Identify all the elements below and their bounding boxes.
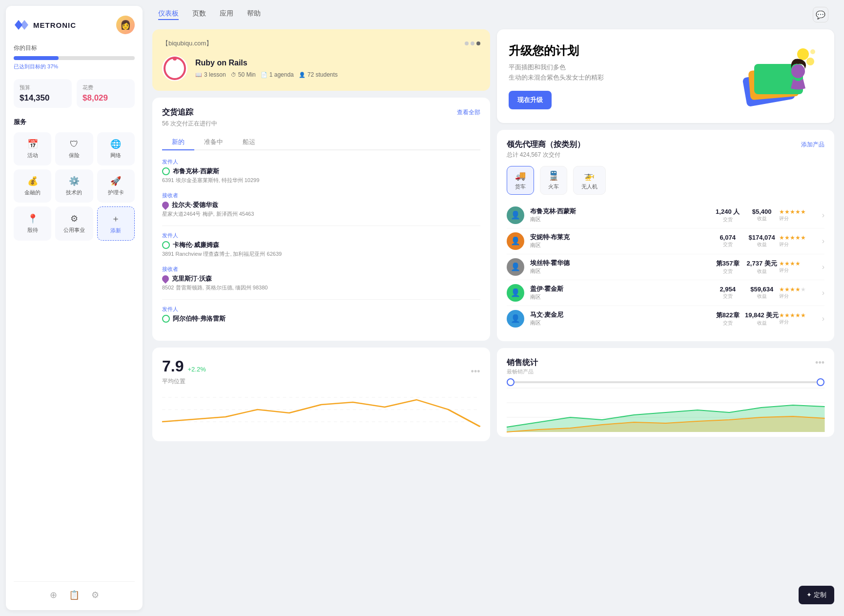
svg-point-8	[810, 49, 815, 54]
course-body: Ruby on Rails 📖 3 lesson ⏱ 50 Min	[162, 56, 480, 81]
chat-icon[interactable]: 💬	[813, 7, 828, 22]
delivery-entry-5: 发件人 阿尔伯特·弗洛雷斯	[162, 306, 480, 323]
service-item-hospitality[interactable]: 📍 殷待	[14, 206, 51, 241]
agent-revenue-3: 2,737 美元 收益	[745, 259, 779, 275]
service-item-add[interactable]: ＋ 添新	[97, 206, 135, 241]
agenda-meta: 📄 1 agenda	[261, 71, 294, 78]
agent-name-3: 埃丝特·霍华德	[530, 259, 711, 267]
receiver-addr-1: 星家大道2464号 梅萨, 新泽西州 45463	[162, 210, 480, 218]
clipboard-icon[interactable]: 📋	[69, 590, 80, 600]
tab-shipping[interactable]: 船运	[233, 135, 265, 150]
agent-row-1: 👤 布鲁克林·西蒙斯 南区 1,240 人 交货 $5,400 收益	[507, 203, 825, 228]
agents-subtitle: 总计 424,567 次交付	[507, 151, 825, 159]
insurance-icon: 🛡	[70, 139, 79, 149]
category-tab-truck[interactable]: 🚚 货车	[507, 166, 534, 195]
agent-name-5: 马文·麦金尼	[530, 310, 711, 319]
left-column: 【biqubiqu.com】 Ruby on Rails	[152, 29, 490, 610]
sales-title: 销售统计	[507, 358, 538, 368]
receiver-name-1: 拉尔夫·爱德华兹	[162, 201, 480, 209]
agent-info-5: 马文·麦金尼 南区	[530, 310, 711, 327]
divider-2	[162, 299, 480, 300]
service-item-insurance[interactable]: 🛡 保险	[55, 132, 93, 165]
budget-card: 预算 $14,350	[14, 79, 72, 108]
agent-arrow-4[interactable]: ›	[822, 288, 824, 297]
delivery-header: 交货追踪 查看全部	[162, 107, 480, 118]
nav-apps[interactable]: 应用	[220, 9, 233, 20]
topnav-links: 仪表板 页数 应用 帮助	[158, 9, 261, 20]
service-item-care[interactable]: 🚀 护理卡	[97, 169, 135, 203]
agent-row-4: 👤 盖伊·霍金斯 南区 2,954 交货 $59,634 收益	[507, 280, 825, 306]
nav-help[interactable]: 帮助	[247, 9, 261, 20]
svg-point-9	[791, 64, 805, 78]
avatar[interactable]: 👩	[116, 16, 135, 34]
course-card: 【biqubiqu.com】 Ruby on Rails	[152, 29, 490, 91]
agent-arrow-2[interactable]: ›	[822, 237, 824, 246]
agent-avatar-2: 👤	[507, 232, 524, 250]
activity-icon: 📅	[27, 139, 38, 149]
nav-pages[interactable]: 页数	[192, 9, 206, 20]
customize-button[interactable]: ✦ 定制	[799, 586, 834, 604]
logo-icon	[14, 18, 29, 32]
tech-icon: ⚙️	[69, 176, 80, 186]
sales-menu-icon[interactable]: •••	[815, 358, 824, 368]
service-label-insurance: 保险	[69, 152, 80, 159]
agent-arrow-5[interactable]: ›	[822, 314, 824, 323]
range-thumb-left[interactable]	[507, 378, 515, 386]
agent-transactions-3: 第357章 交货	[711, 259, 745, 275]
service-item-utility[interactable]: ⚙ 公用事业	[55, 206, 93, 241]
layers-icon[interactable]: ⊕	[50, 590, 57, 600]
add-product-button[interactable]: 添加产品	[801, 141, 824, 149]
agent-transactions-1: 1,240 人 交货	[711, 207, 745, 223]
topnav: 仪表板 页数 应用 帮助 💬	[148, 0, 838, 29]
service-label-utility: 公用事业	[63, 226, 85, 234]
agent-rating-5: ★★★★★ 评分	[779, 312, 818, 326]
settings-icon[interactable]: ⚙	[91, 590, 99, 600]
category-tabs: 🚚 货车 🚆 火车 🚁 无人机	[507, 166, 825, 195]
agent-revenue-4: $59,634 收益	[745, 286, 779, 300]
course-title: Ruby on Rails	[195, 59, 338, 67]
stats-content: 7.9 +2.2% 平均位置	[162, 357, 206, 386]
sender-addr-2: 3891 Ranchview 理查森博士, 加利福尼亚州 62639	[162, 250, 480, 258]
range-slider[interactable]	[507, 381, 825, 383]
agent-arrow-1[interactable]: ›	[822, 211, 824, 220]
sales-chart	[507, 388, 825, 427]
agent-arrow-3[interactable]: ›	[822, 263, 824, 271]
agent-info-2: 安妮特·布莱克 南区	[530, 233, 711, 249]
agent-avatar-3: 👤	[507, 258, 524, 276]
agent-name-1: 布鲁克林·西蒙斯	[530, 207, 711, 216]
logo-area: METRONIC	[14, 18, 76, 32]
service-item-network[interactable]: 🌐 网络	[97, 132, 135, 165]
agent-avatar-4: 👤	[507, 284, 524, 302]
students-meta: 👤 72 students	[299, 71, 338, 78]
service-item-activity[interactable]: 📅 活动	[14, 132, 51, 165]
svg-point-6	[797, 48, 809, 60]
upgrade-button[interactable]: 现在升级	[509, 91, 552, 109]
service-item-tech[interactable]: ⚙️ 技术的	[55, 169, 93, 203]
sidebar: METRONIC 👩 你的目标 已达到目标的 37% 预算 $14,350 花费…	[6, 6, 143, 610]
service-item-finance[interactable]: 💰 金融的	[14, 169, 51, 203]
sender-label-2: 发件人	[162, 232, 480, 239]
nav-dashboard[interactable]: 仪表板	[158, 9, 179, 20]
sender-icon-2	[162, 241, 170, 249]
sender-addr-1: 6391 埃尔金圣塞莱斯特, 特拉华州 10299	[162, 177, 480, 184]
course-dots	[465, 41, 480, 45]
agent-revenue-5: 19,842 美元 收益	[745, 311, 779, 327]
upgrade-card: 升级您的计划 平面插图和我们多色生动的未混合紫色头发女士的精彩 现在升级	[497, 29, 835, 123]
course-info: Ruby on Rails 📖 3 lesson ⏱ 50 Min	[195, 59, 338, 78]
category-tab-drone[interactable]: 🚁 无人机	[573, 166, 606, 195]
drone-icon: 🚁	[584, 170, 595, 181]
delivery-entry-2: 接收者 拉尔夫·爱德华兹 星家大道2464号 梅萨, 新泽西州 45463	[162, 192, 480, 218]
stats-number: 7.9 +2.2%	[162, 357, 206, 375]
tab-new[interactable]: 新的	[162, 135, 194, 150]
course-card-header: 【biqubiqu.com】	[162, 39, 480, 48]
goal-section: 你的目标 已达到目标的 37%	[14, 44, 135, 70]
agent-revenue-2: $174,074 收益	[745, 234, 779, 248]
stats-menu-icon[interactable]: •••	[471, 367, 480, 377]
course-url: 【biqubiqu.com】	[162, 39, 212, 48]
agent-avatar-1: 👤	[507, 206, 524, 224]
tab-preparing[interactable]: 准备中	[194, 135, 233, 150]
sender-icon-1	[162, 167, 170, 175]
category-tab-train[interactable]: 🚆 火车	[540, 166, 567, 195]
view-all-link[interactable]: 查看全部	[457, 108, 480, 117]
range-thumb-right[interactable]	[817, 378, 824, 386]
